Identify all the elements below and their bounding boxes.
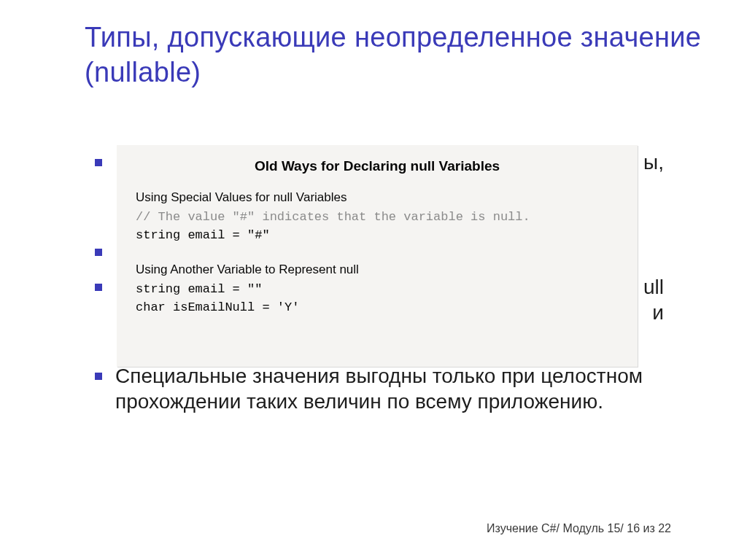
code-section2-line1: string email = "" [136, 282, 619, 296]
bullet-3-tail-2: и [652, 301, 664, 324]
code-illustration: Old Ways for Declaring null Variables Us… [117, 145, 638, 367]
slide-title: Типы, допускающие неопределенное значени… [85, 20, 747, 90]
code-section1-comment: // The value "#" indicates that the vari… [136, 210, 619, 224]
bullet-3-tail-1: ull [643, 276, 664, 298]
code-section2-line2: char isEmailNull = 'Y' [136, 300, 619, 314]
bullet-4: Специальные значения выгодны только при … [95, 363, 664, 414]
code-section1-title: Using Special Values for null Variables [136, 190, 619, 205]
code-section2-title: Using Another Variable to Represent null [136, 262, 619, 277]
bullet-4-text: Специальные значения выгодны только при … [115, 365, 643, 413]
slide-footer: Изучение C#/ Модуль 15/ 16 из 22 [487, 522, 671, 535]
code-heading: Old Ways for Declaring null Variables [136, 158, 619, 174]
bullet-1-tail: ы, [643, 151, 664, 174]
code-section1-line: string email = "#" [136, 228, 619, 242]
